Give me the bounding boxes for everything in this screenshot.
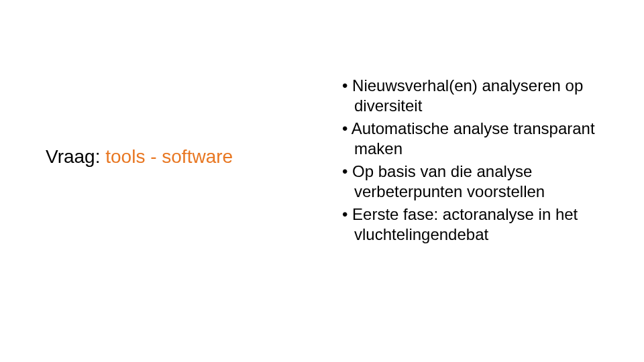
- title-highlight: tools - software: [105, 146, 233, 167]
- list-item: Automatische analyse transparant maken: [342, 119, 616, 159]
- list-item: Op basis van die analyse verbeterpunten …: [342, 162, 616, 202]
- list-item: Eerste fase: actoranalyse in het vluchte…: [342, 204, 616, 245]
- slide-content-block: Nieuwsverhal(en) analyseren op diversite…: [342, 76, 616, 247]
- list-item: Nieuwsverhal(en) analyseren op diversite…: [342, 76, 616, 116]
- title-prefix: Vraag:: [46, 146, 105, 167]
- slide-title-block: Vraag: tools - software: [46, 146, 301, 168]
- slide-title: Vraag: tools - software: [46, 146, 301, 168]
- bullet-list: Nieuwsverhal(en) analyseren op diversite…: [342, 76, 616, 245]
